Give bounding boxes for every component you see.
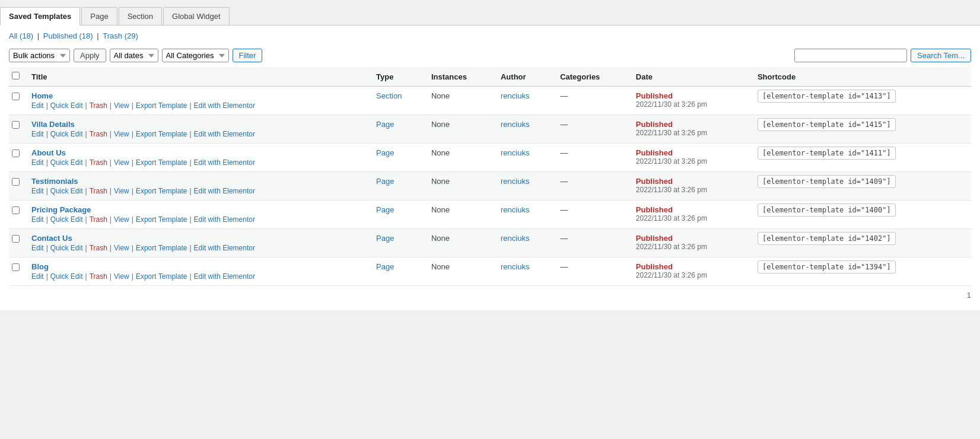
row-checkbox[interactable] bbox=[12, 263, 20, 271]
row-action-edit[interactable]: Edit bbox=[31, 244, 44, 252]
row-title-link[interactable]: Testimonials bbox=[31, 177, 78, 186]
select-all-checkbox[interactable] bbox=[12, 72, 20, 79]
row-action-edit-with-elementor[interactable]: Edit with Elementor bbox=[194, 130, 255, 138]
row-checkbox[interactable] bbox=[12, 206, 20, 214]
row-action-edit[interactable]: Edit bbox=[31, 101, 44, 110]
row-action-export-template[interactable]: Export Template bbox=[136, 215, 187, 224]
tab-saved-templates[interactable]: Saved Templates bbox=[0, 7, 80, 26]
shortcode-box[interactable]: [elementor-template id="1409"] bbox=[758, 175, 896, 188]
categories-filter-select[interactable]: All Categories bbox=[162, 49, 229, 62]
row-checkbox[interactable] bbox=[12, 235, 20, 243]
row-action-view[interactable]: View bbox=[114, 187, 129, 195]
type-link[interactable]: Page bbox=[376, 120, 394, 129]
row-title-link[interactable]: About Us bbox=[31, 148, 66, 157]
row-action-quick-edit[interactable]: Quick Edit bbox=[50, 244, 83, 252]
type-link[interactable]: Page bbox=[376, 205, 394, 214]
row-action-quick-edit[interactable]: Quick Edit bbox=[50, 187, 83, 195]
author-link[interactable]: renciuks bbox=[501, 262, 529, 271]
tab-section[interactable]: Section bbox=[119, 7, 162, 25]
type-link[interactable]: Page bbox=[376, 262, 394, 271]
row-action-trash[interactable]: Trash bbox=[90, 272, 107, 281]
row-action-trash[interactable]: Trash bbox=[90, 130, 107, 138]
shortcode-box[interactable]: [elementor-template id="1400"] bbox=[758, 203, 896, 217]
col-categories: Categories bbox=[554, 67, 630, 87]
search-input[interactable] bbox=[794, 49, 907, 62]
tab-global-widget[interactable]: Global Widget bbox=[163, 7, 230, 25]
search-button[interactable]: Search Tem... bbox=[911, 49, 971, 62]
row-action-edit[interactable]: Edit bbox=[31, 272, 44, 281]
type-link[interactable]: Section bbox=[376, 91, 402, 100]
row-action-trash[interactable]: Trash bbox=[90, 158, 107, 167]
row-action-quick-edit[interactable]: Quick Edit bbox=[50, 101, 83, 110]
row-action-edit-with-elementor[interactable]: Edit with Elementor bbox=[194, 187, 255, 195]
shortcode-box[interactable]: [elementor-template id="1411"] bbox=[758, 147, 896, 160]
row-action-export-template[interactable]: Export Template bbox=[136, 244, 187, 252]
shortcode-box[interactable]: [elementor-template id="1394"] bbox=[758, 260, 896, 273]
status-badge: Published bbox=[636, 262, 746, 271]
type-link[interactable]: Page bbox=[376, 148, 394, 157]
author-link[interactable]: renciuks bbox=[501, 205, 529, 214]
row-title-link[interactable]: Contact Us bbox=[31, 234, 72, 243]
filter-published-link[interactable]: Published (18) bbox=[43, 31, 93, 40]
author-link[interactable]: renciuks bbox=[501, 234, 529, 243]
row-title-link[interactable]: Home bbox=[31, 91, 53, 100]
row-action-trash[interactable]: Trash bbox=[90, 101, 107, 110]
row-action-edit-with-elementor[interactable]: Edit with Elementor bbox=[194, 158, 255, 167]
row-title-link[interactable]: Pricing Package bbox=[31, 205, 91, 214]
row-action-quick-edit[interactable]: Quick Edit bbox=[50, 215, 83, 224]
row-action-trash[interactable]: Trash bbox=[90, 244, 107, 252]
type-link[interactable]: Page bbox=[376, 177, 394, 186]
shortcode-box[interactable]: [elementor-template id="1402"] bbox=[758, 232, 896, 245]
author-link[interactable]: renciuks bbox=[501, 177, 529, 186]
action-separator: | bbox=[85, 244, 87, 252]
row-checkbox[interactable] bbox=[12, 121, 20, 129]
row-title-link[interactable]: Blog bbox=[31, 262, 49, 271]
categories-cell: — bbox=[554, 87, 630, 115]
row-checkbox-cell bbox=[9, 115, 26, 144]
row-action-view[interactable]: View bbox=[114, 244, 129, 252]
row-checkbox[interactable] bbox=[12, 149, 20, 157]
tab-page[interactable]: Page bbox=[81, 7, 117, 25]
bulk-actions-select[interactable]: Bulk actionsDelete bbox=[9, 49, 70, 62]
row-action-trash[interactable]: Trash bbox=[90, 187, 107, 195]
row-action-quick-edit[interactable]: Quick Edit bbox=[50, 272, 83, 281]
row-action-edit[interactable]: Edit bbox=[31, 158, 44, 167]
row-action-edit-with-elementor[interactable]: Edit with Elementor bbox=[194, 215, 255, 224]
row-action-view[interactable]: View bbox=[114, 215, 129, 224]
row-checkbox[interactable] bbox=[12, 178, 20, 186]
author-link[interactable]: renciuks bbox=[501, 148, 529, 157]
apply-button[interactable]: Apply bbox=[74, 49, 106, 62]
categories-cell: — bbox=[554, 172, 630, 201]
row-action-view[interactable]: View bbox=[114, 272, 129, 281]
filter-all-link[interactable]: All (18) bbox=[9, 31, 33, 40]
row-action-view[interactable]: View bbox=[114, 130, 129, 138]
row-action-edit-with-elementor[interactable]: Edit with Elementor bbox=[194, 272, 255, 281]
row-action-export-template[interactable]: Export Template bbox=[136, 101, 187, 110]
row-action-edit-with-elementor[interactable]: Edit with Elementor bbox=[194, 101, 255, 110]
row-action-edit[interactable]: Edit bbox=[31, 215, 44, 224]
row-title-link[interactable]: Villa Details bbox=[31, 120, 75, 129]
row-action-view[interactable]: View bbox=[114, 158, 129, 167]
row-checkbox[interactable] bbox=[12, 93, 20, 100]
row-action-edit-with-elementor[interactable]: Edit with Elementor bbox=[194, 244, 255, 252]
action-separator: | bbox=[85, 101, 87, 110]
row-action-edit[interactable]: Edit bbox=[31, 187, 44, 195]
row-action-export-template[interactable]: Export Template bbox=[136, 187, 187, 195]
row-action-view[interactable]: View bbox=[114, 101, 129, 110]
date-filter-select[interactable]: All dates bbox=[110, 49, 158, 62]
author-link[interactable]: renciuks bbox=[501, 120, 529, 129]
status-badge: Published bbox=[636, 205, 746, 214]
shortcode-box[interactable]: [elementor-template id="1415"] bbox=[758, 118, 896, 131]
row-action-quick-edit[interactable]: Quick Edit bbox=[50, 130, 83, 138]
author-link[interactable]: renciuks bbox=[501, 91, 529, 100]
row-action-export-template[interactable]: Export Template bbox=[136, 272, 187, 281]
row-action-edit[interactable]: Edit bbox=[31, 130, 44, 138]
shortcode-box[interactable]: [elementor-template id="1413"] bbox=[758, 90, 896, 103]
filter-button[interactable]: Filter bbox=[233, 49, 263, 62]
row-action-export-template[interactable]: Export Template bbox=[136, 130, 187, 138]
filter-trash-link[interactable]: Trash (29) bbox=[103, 31, 138, 40]
row-action-quick-edit[interactable]: Quick Edit bbox=[50, 158, 83, 167]
row-action-trash[interactable]: Trash bbox=[90, 215, 107, 224]
row-action-export-template[interactable]: Export Template bbox=[136, 158, 187, 167]
type-link[interactable]: Page bbox=[376, 234, 394, 243]
